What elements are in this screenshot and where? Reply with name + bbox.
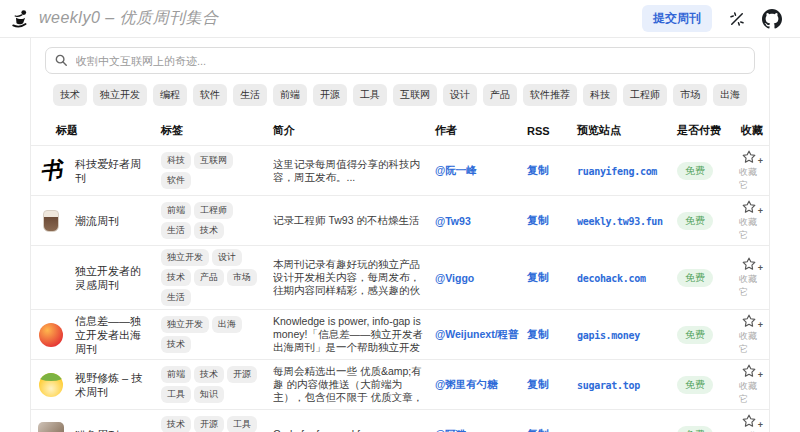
filter-tag[interactable]: 编程 xyxy=(153,84,187,106)
favorite-plus-icon: + xyxy=(758,263,763,273)
filter-tag[interactable]: 设计 xyxy=(443,84,477,106)
filter-tag[interactable]: 出海 xyxy=(713,84,747,106)
row-tag: 软件 xyxy=(161,172,191,189)
row-description: 这里记录每周值得分享的科技内容，周五发布。... xyxy=(273,158,435,184)
favorite-plus-icon: + xyxy=(758,206,763,216)
col-paid: 是否付费 xyxy=(677,123,739,138)
table-row: 书 科技爱好者周刊 科技互联网软件 这里记录每周值得分享的科技内容，周五发布。.… xyxy=(31,145,769,195)
paid-badge: 免费 xyxy=(677,426,713,432)
row-description: Knowledge is power, info-gap is money!「信… xyxy=(273,315,435,355)
favorite-label: 收藏它 xyxy=(739,380,759,406)
favorite-star-icon[interactable]: + xyxy=(741,256,757,272)
row-tag: 产品 xyxy=(194,269,224,286)
favorite-star-icon[interactable]: + xyxy=(741,149,757,165)
filter-tag[interactable]: 生活 xyxy=(233,84,267,106)
row-tags: 科技互联网软件 xyxy=(161,152,273,189)
favorite-star-icon[interactable]: + xyxy=(741,313,757,329)
filter-tag[interactable]: 软件 xyxy=(193,84,227,106)
filter-tag[interactable]: 工具 xyxy=(353,84,387,106)
favorite-plus-icon: + xyxy=(758,156,763,166)
row-tag: 工具 xyxy=(161,386,191,403)
filter-tag[interactable]: 市场 xyxy=(673,84,707,106)
row-tag: 开源 xyxy=(227,366,257,383)
row-title: 猫鱼周刊 xyxy=(75,428,161,432)
filter-tag[interactable]: 技术 xyxy=(53,84,87,106)
row-icon-cell: 书 xyxy=(31,156,75,186)
filter-tag[interactable]: 独立开发 xyxy=(93,84,147,106)
table-row: 视野修炼 – 技术周刊 前端技术开源工具知识 每周会精选出一些 优质&amp;有… xyxy=(31,359,769,409)
row-icon-cell xyxy=(31,373,75,397)
favorite-plus-icon: + xyxy=(758,420,763,430)
row-icon-cell xyxy=(31,210,75,232)
row-tag: 技术 xyxy=(194,366,224,383)
row-tag: 独立开发 xyxy=(161,249,209,266)
rss-copy-link[interactable]: 复制 xyxy=(527,378,549,390)
table-row: 潮流周刊 前端工程师生活技术 记录工程师 Tw93 的不枯燥生活 @Tw93 复… xyxy=(31,195,769,245)
row-tag: 知识 xyxy=(194,386,224,403)
filter-tag[interactable]: 软件推荐 xyxy=(523,84,577,106)
favorite-label: 收藏它 xyxy=(739,166,759,192)
row-author-link[interactable]: @阿猫 xyxy=(435,428,466,432)
row-tag: 设计 xyxy=(212,249,242,266)
row-tag: 技术 xyxy=(194,222,224,239)
row-site-link[interactable]: gapis.money xyxy=(577,330,640,341)
row-author-link[interactable]: @Tw93 xyxy=(435,215,471,227)
row-site-link[interactable]: ruanyifeng.com xyxy=(577,166,657,177)
filter-tag[interactable]: 前端 xyxy=(273,84,307,106)
rss-copy-link[interactable]: 复制 xyxy=(527,164,549,176)
row-tag: 技术 xyxy=(161,336,191,353)
col-description: 简介 xyxy=(273,123,435,138)
row-tags: 独立开发出海技术 xyxy=(161,316,273,353)
rss-copy-link[interactable]: 复制 xyxy=(527,271,549,283)
favorite-star-icon[interactable]: + xyxy=(741,363,757,379)
github-icon[interactable] xyxy=(762,9,782,29)
row-description: 每周会精选出一些 优质&amp;有趣 的内容做推送（大前端为主），包含但不限于 … xyxy=(273,365,435,405)
app-header: weekly0 – 优质周刊集合 提交周刊 xyxy=(0,0,800,38)
row-tag: 工程师 xyxy=(194,202,233,219)
filter-tag[interactable]: 开源 xyxy=(313,84,347,106)
col-tags: 标签 xyxy=(161,123,273,138)
filter-tag[interactable]: 互联网 xyxy=(393,84,437,106)
rss-copy-link[interactable]: 复制 xyxy=(527,214,549,226)
row-description: 本周刊记录有趣好玩的独立产品设计开发相关内容，每周发布，往期内容同样精彩，感兴趣… xyxy=(273,258,435,298)
paid-badge: 免费 xyxy=(677,212,713,230)
row-author-link[interactable]: @Viggo xyxy=(435,272,474,284)
rss-copy-link[interactable]: 复制 xyxy=(527,328,549,340)
table-header: 标题 标签 简介 作者 RSS 预览站点 是否付费 收藏 xyxy=(31,112,769,145)
filter-tag[interactable]: 产品 xyxy=(483,84,517,106)
col-author: 作者 xyxy=(435,123,527,138)
row-tags: 技术开源工具代码 xyxy=(161,416,273,432)
row-avatar-chick xyxy=(39,373,63,397)
favorite-label: 收藏它 xyxy=(739,273,759,299)
favorite-star-icon[interactable]: + xyxy=(741,199,757,215)
row-author-link[interactable]: @阮一峰 xyxy=(435,164,477,176)
row-description: Code for fun, and for ever. xyxy=(273,428,435,432)
paid-badge: 免费 xyxy=(677,326,713,344)
app-title: weekly0 – 优质周刊集合 xyxy=(39,8,219,29)
col-title: 标题 xyxy=(31,123,161,138)
theme-toggle-icon[interactable] xyxy=(728,10,746,28)
row-tag: 生活 xyxy=(161,222,191,239)
filter-tag[interactable]: 科技 xyxy=(583,84,617,106)
row-avatar-photo xyxy=(38,422,64,432)
submit-weekly-button[interactable]: 提交周刊 xyxy=(642,5,712,32)
favorite-star-icon[interactable]: + xyxy=(741,413,757,429)
table-row: 独立开发者的灵感周刊 独立开发设计技术产品市场生活 本周刊记录有趣好玩的独立产品… xyxy=(31,245,769,309)
row-tag: 出海 xyxy=(212,316,242,333)
filter-tag[interactable]: 工程师 xyxy=(623,84,667,106)
search-input[interactable] xyxy=(45,47,755,74)
row-tag: 前端 xyxy=(161,202,191,219)
row-author-link[interactable]: @粥里有勺糖 xyxy=(435,378,498,390)
row-site-link[interactable]: decohack.com xyxy=(577,273,646,284)
table-row: 猫鱼周刊 技术开源工具代码 Code for fun, and for ever… xyxy=(31,409,769,432)
paid-badge: 免费 xyxy=(677,162,713,180)
rss-copy-link[interactable]: 复制 xyxy=(527,428,549,432)
row-site-link[interactable]: weekly.tw93.fun xyxy=(577,216,663,227)
row-site-link[interactable]: sugarat.top xyxy=(577,380,640,391)
favorite-plus-icon: + xyxy=(758,320,763,330)
row-tag: 技术 xyxy=(161,269,191,286)
paid-badge: 免费 xyxy=(677,376,713,394)
row-description: 记录工程师 Tw93 的不枯燥生活 xyxy=(273,214,435,227)
table-row: 信息差——独立开发者出海周刊 独立开发出海技术 Knowledge is pow… xyxy=(31,309,769,359)
row-author-link[interactable]: @Weijunext/程普 xyxy=(435,328,519,340)
